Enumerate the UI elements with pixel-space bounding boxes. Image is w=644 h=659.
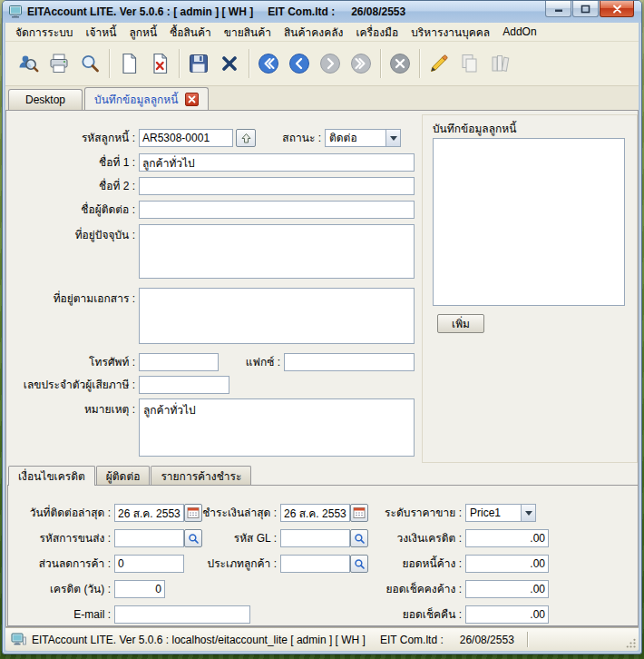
detail-tab-strip: เงื่อนไขเครดิต ผู้ติดต่อ รายการค้างชำระ (8, 466, 252, 485)
notes-listbox[interactable] (433, 138, 625, 306)
calendar-icon (353, 507, 366, 519)
gl-code-input[interactable] (280, 529, 350, 547)
maximize-button[interactable] (572, 1, 599, 17)
edit-button[interactable] (424, 46, 454, 81)
current-address-input[interactable] (139, 224, 415, 279)
close-button[interactable] (600, 1, 634, 17)
menu-item-inventory[interactable]: สินค้าคงคลัง (278, 22, 349, 43)
nav-last-button[interactable] (346, 46, 376, 81)
toolbar-separator (419, 49, 420, 78)
delete-record-button[interactable] (144, 46, 175, 81)
tab-strip: Desktop บันทึกข้อมูลลูกหนี้ (5, 86, 639, 110)
status-label: สถานะ : (238, 129, 321, 147)
outstanding-balance-input[interactable] (465, 555, 549, 573)
menu-item-sales[interactable]: ขายสินค้า (218, 22, 278, 43)
books-icon (489, 52, 512, 75)
tab-close-icon[interactable] (185, 93, 199, 106)
menu-item-creditors[interactable]: เจ้าหนี้ (79, 22, 122, 43)
gl-code-label: รหัส GL : (188, 529, 277, 547)
returned-cheque-input[interactable] (465, 605, 549, 624)
nav-next-icon (318, 52, 342, 75)
name1-input[interactable] (139, 153, 415, 172)
menu-item-hr[interactable]: บริหารงานบุคคล (405, 22, 496, 43)
trade-discount-label: ส่วนลดการค้า : (8, 555, 111, 573)
nav-previous-button[interactable] (284, 46, 315, 81)
lookup-magnifier-icon (354, 558, 366, 570)
name2-label: ชื่อที่ 2 : (8, 177, 135, 195)
desktop-wallpaper: EITAccount LITE. Ver 5.0.6 : [ admin ] [… (0, 0, 644, 659)
menu-item-system[interactable]: จัดการระบบ (9, 22, 79, 43)
menu-item-addon[interactable]: AddOn (496, 24, 542, 40)
trade-discount-input[interactable] (114, 555, 184, 573)
fax-label: แฟกซ์ : (222, 353, 280, 371)
last-contact-date-input[interactable] (114, 504, 184, 522)
pending-cheque-input[interactable] (465, 580, 549, 598)
toolbar (5, 41, 639, 86)
printer-icon (47, 52, 71, 75)
tab-credit-terms[interactable]: เงื่อนไขเครดิต (8, 466, 95, 486)
status-text: EITAccount LITE. Ver 5.0.6 : localhost/e… (32, 634, 514, 646)
gl-code-lookup-button[interactable] (350, 529, 368, 547)
toolbar-separator (380, 49, 381, 78)
cancel-circle-icon (388, 52, 412, 75)
tab-desktop[interactable]: Desktop (8, 89, 83, 110)
tab-record-debtor[interactable]: บันทึกข้อมูลลูกหนี้ (84, 87, 209, 110)
status-bar: EITAccount LITE. Ver 5.0.6 : localhost/e… (5, 627, 639, 651)
find-customer-button[interactable] (13, 46, 44, 81)
last-payment-date-input[interactable] (280, 504, 350, 522)
save-button[interactable] (183, 46, 214, 81)
contact-name-input[interactable] (139, 201, 415, 219)
copy-record-button[interactable] (454, 46, 485, 81)
phone-input[interactable] (139, 353, 219, 371)
email-input[interactable] (114, 605, 250, 624)
copy-documents-icon (458, 52, 482, 75)
name1-label: ชื่อที่ 1 : (8, 153, 135, 172)
new-record-button[interactable] (113, 46, 144, 81)
pending-cheque-label: ยอดเช็คคงค้าง : (369, 580, 462, 598)
nav-first-button[interactable] (253, 46, 284, 81)
name2-input[interactable] (139, 177, 415, 195)
customer-type-label: ประเภทลูกค้า : (188, 555, 277, 573)
customer-type-input[interactable] (280, 555, 350, 573)
save-disk-icon (187, 52, 210, 75)
price-level-dropdown[interactable]: Price1 (465, 504, 536, 522)
resize-grip[interactable] (626, 638, 637, 649)
cancel-button[interactable] (385, 46, 415, 81)
delete-document-icon (148, 52, 171, 75)
last-payment-calendar-button[interactable] (350, 504, 368, 522)
credit-days-label: เครดิต (วัน) : (8, 580, 111, 598)
preview-button[interactable] (74, 46, 105, 81)
credit-days-input[interactable] (114, 580, 165, 598)
window-title: EITAccount LITE. Ver 5.0.6 : [ admin ] [… (27, 5, 405, 18)
tab-outstanding-items[interactable]: รายการค้างชำระ (151, 466, 251, 485)
print-button[interactable] (44, 46, 74, 81)
last-payment-label: ชำระเงินล่าสุด : (188, 504, 277, 522)
credit-limit-input[interactable] (465, 529, 549, 547)
new-document-icon (117, 52, 141, 75)
tax-id-input[interactable] (139, 376, 229, 394)
status-dropdown[interactable]: ติดต่อ (325, 129, 401, 147)
document-address-input[interactable] (139, 288, 415, 344)
current-address-label: ที่อยู่ปัจจุบัน : (8, 226, 135, 244)
pencil-icon (427, 52, 451, 75)
find-customer-icon (16, 52, 40, 75)
fax-input[interactable] (284, 353, 415, 371)
tab-contacts[interactable]: ผู้ติดต่อ (96, 466, 151, 485)
magnifier-icon (78, 52, 102, 75)
menu-item-purchasing[interactable]: ซื้อสินค้า (163, 22, 218, 43)
minimize-button[interactable] (545, 1, 571, 17)
menu-item-tools[interactable]: เครื่องมือ (349, 22, 405, 43)
report-button[interactable] (485, 46, 516, 81)
customer-type-lookup-button[interactable] (350, 555, 368, 573)
remark-input[interactable]: ลูกค้าทั่วไป (139, 398, 415, 457)
close-x-icon (218, 52, 241, 75)
shipping-code-input[interactable] (114, 529, 184, 547)
app-icon (8, 5, 23, 19)
close-record-button[interactable] (214, 46, 245, 81)
nav-last-icon (349, 52, 373, 75)
add-note-button[interactable]: เพิ่ม (437, 314, 484, 333)
menu-item-debtors[interactable]: ลูกหนี้ (122, 22, 163, 43)
nav-next-button[interactable] (315, 46, 346, 81)
customer-code-input[interactable] (139, 129, 233, 147)
title-bar[interactable]: EITAccount LITE. Ver 5.0.6 : [ admin ] [… (3, 1, 641, 23)
